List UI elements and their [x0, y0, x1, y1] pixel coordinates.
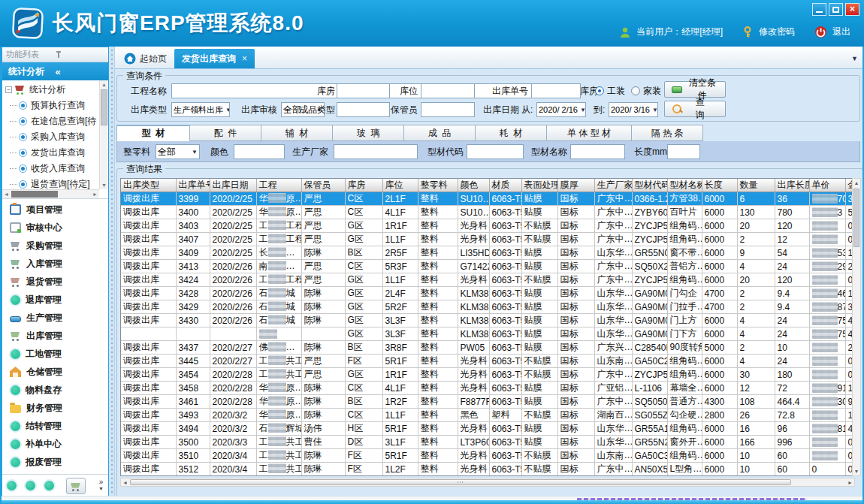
table-row[interactable]: 调拨出库34582020/2/28华原…陈琳C区4L1F整料光身料6063-T5… [121, 382, 855, 395]
sidebar-item-入库管理[interactable]: 入库管理 [2, 255, 108, 273]
length-input[interactable] [667, 144, 700, 159]
column-header[interactable]: 型材代码 [632, 179, 667, 192]
column-header[interactable]: 出库类型 [121, 179, 176, 192]
material-tab-2[interactable]: 配 件 [190, 125, 261, 141]
tab-overflow-icon[interactable]: ▼ [851, 55, 858, 62]
out-type-select[interactable]: 生产领料出库 ▼ [171, 102, 230, 117]
material-tab-7[interactable]: 单 体 型 材 [547, 125, 632, 141]
maximize-button[interactable] [829, 3, 843, 16]
radio-gongzhuang[interactable]: 工装 [595, 83, 625, 98]
tab-shipment-query[interactable]: 发货出库查询 × [174, 49, 255, 68]
table-row[interactable]: 调拨出库34242020/2/26工工程严思G区1L1F整料光身料6063-T5… [121, 273, 855, 287]
date-to-picker[interactable]: 2020/ 3/16 ▼ [609, 102, 658, 117]
material-tab-1[interactable]: 型 材 [116, 125, 190, 141]
tree-item[interactable]: 在途信息查询[待 [4, 113, 98, 129]
column-header[interactable]: 膜厚 [557, 179, 594, 192]
table-row[interactable]: 调拨出库35102020/3/4工共工程陈琳F区5R1F整料光身料6063-T5… [121, 449, 855, 463]
table-row[interactable]: 调拨出库34542020/2/28工共工程严思G区1R1F整料光身料6063-T… [121, 368, 855, 382]
sidebar-item-采购管理[interactable]: 采购管理 [2, 237, 108, 255]
column-header[interactable]: 库位 [382, 179, 418, 192]
tree-item[interactable]: 收货入库查询 [4, 161, 98, 177]
table-row[interactable]: 调拨出库35002020/3/3工共工程曹佳D区3L1F整料LT3P606063… [121, 436, 855, 449]
module-dot-icon[interactable] [7, 481, 17, 490]
pin-icon[interactable] [56, 50, 105, 59]
date-from-picker[interactable]: 2020/ 2/16 ▼ [536, 102, 586, 117]
table-row[interactable]: 调拨出库35122020/3/4工共工程陈琳F区1L2F整料光身料6063-T5… [121, 463, 855, 476]
column-header[interactable]: 表面处理 [521, 179, 557, 192]
tree-expander-icon[interactable]: − [5, 86, 12, 93]
sidebar-item-退库管理[interactable]: 退库管理 [2, 291, 108, 309]
table-row[interactable]: 调拨出库34002020/2/25华原…严思C区4L1F整料SU10…6063-… [121, 206, 855, 219]
cart-module-button[interactable] [66, 478, 86, 494]
column-header[interactable]: 保管员 [301, 179, 345, 192]
material-tab-3[interactable]: 辅 材 [261, 125, 333, 141]
search-button[interactable]: 查 询 [664, 101, 726, 117]
sidebar-item-审核中心[interactable]: 审核中心 [2, 219, 108, 237]
table-row[interactable]: 调拨出库34282020/2/26石城陈琳G区2L4F整料KLM38176063… [121, 287, 855, 300]
table-row[interactable]: 调拨出库34612020/2/28华原…陈琳B区1R2F整料F8877FT606… [121, 395, 855, 409]
sidebar-item-工地管理[interactable]: 工地管理 [2, 345, 108, 363]
sidebar-item-退货管理[interactable]: 退货管理 [2, 273, 108, 291]
tree-item[interactable]: 发货出库查询 [4, 145, 98, 161]
material-tab-6[interactable]: 耗 材 [476, 125, 547, 141]
tree-item[interactable]: 退货查询[待定] [4, 177, 98, 189]
sidebar-item-物料盘存[interactable]: 物料盘存 [2, 381, 108, 399]
material-tab-5[interactable]: 成 品 [404, 125, 476, 141]
table-row[interactable]: 调拨出库33992020/2/25华原…严思C区2L1F整料SU10…6063-… [121, 192, 855, 206]
material-tab-4[interactable]: 玻 璃 [333, 125, 404, 141]
material-tab-8[interactable]: 隔 热 条 [632, 125, 703, 141]
color-input[interactable] [234, 144, 285, 159]
close-button[interactable]: × [845, 3, 859, 16]
table-row[interactable]: 调拨出库34092020/2/25长…陈琳B区2R5F整料LI35HD6063-… [121, 246, 855, 260]
tree-item[interactable]: 采购入库查询 [4, 129, 98, 145]
sidebar-item-补单中心[interactable]: 补单中心 [2, 435, 108, 453]
module-dot-icon[interactable] [44, 481, 54, 490]
sidebar-item-生产管理[interactable]: 生产管理 [2, 309, 108, 327]
column-header[interactable]: 库房 [345, 179, 382, 192]
change-password-link[interactable]: 修改密码 [759, 26, 795, 38]
table-row[interactable]: 调拨出库34452020/2/27工共工程严思F区5R1F整料光身料6063-T… [121, 355, 855, 368]
column-header[interactable]: 工程 [256, 179, 301, 192]
product-type-input[interactable] [337, 102, 390, 117]
column-header[interactable]: 数量 [737, 179, 775, 192]
column-header[interactable]: 出库单号 [176, 179, 210, 192]
tab-close-icon[interactable]: × [242, 53, 247, 64]
tree-horizontal-scrollbar[interactable]: ◄ ► [2, 189, 99, 198]
logout-link[interactable]: 退出 [832, 26, 850, 38]
clear-conditions-button[interactable]: 清空条件 [664, 81, 726, 98]
module-dot-icon[interactable] [26, 481, 35, 490]
column-header[interactable]: 出库日期 [210, 179, 256, 192]
profile-code-input[interactable] [467, 144, 524, 159]
sidebar-item-项目管理[interactable]: 项目管理 [2, 201, 108, 219]
table-row[interactable]: 调拨出库34372020/2/27佛…陈琳B区3R8F整料PW056063-T5… [121, 341, 855, 355]
minimize-button[interactable] [812, 3, 826, 16]
table-row[interactable]: 调拨出库34932020/3/2华原…陈琳C区1L1F整料黑色塑料不贴膜国标湖南… [121, 409, 855, 422]
sidebar-splitter[interactable] [109, 47, 115, 497]
tree-vertical-scrollbar[interactable]: ▲ ▼ [99, 80, 108, 189]
table-row[interactable]: 调拨出库34132020/2/26南…严思C区5R3F整料G714226063-… [121, 260, 855, 273]
table-row[interactable]: G区3L3F整料KLM38176063-T5贴膜国标山东华…GA90M09…门下… [121, 327, 855, 341]
column-header[interactable]: 材质 [489, 179, 521, 192]
column-header[interactable]: 整零料 [418, 179, 458, 192]
sidebar-item-报废管理[interactable]: 报废管理 [2, 453, 108, 471]
sidebar-item-财务管理[interactable]: 财务管理 [2, 399, 108, 417]
table-row[interactable]: 调拨出库34292020/2/26石城陈琳G区5R2F整料KLM38176063… [121, 300, 855, 314]
more-modules-button[interactable]: »▼ [98, 479, 104, 492]
table-row[interactable]: 调拨出库34072020/2/25工工程严思G区1L1F整料光身料6063-T5… [121, 233, 855, 246]
table-row[interactable]: 调拨出库34942020/3/2石辉城汤伟H区5R1F整料光身料6063-T5贴… [121, 422, 855, 436]
sidebar-item-出库管理[interactable]: 出库管理 [2, 327, 108, 345]
radio-jiazhuang[interactable]: 家装 [631, 83, 661, 98]
sidebar-item-结转管理[interactable]: 结转管理 [2, 417, 108, 435]
column-header[interactable]: 型材名称 [667, 179, 702, 192]
whole-part-select[interactable]: 全部 ▼ [156, 144, 200, 159]
section-header[interactable]: 统计分析 « [2, 62, 108, 80]
tree-root-node[interactable]: − 统计分析 [4, 82, 98, 98]
column-header[interactable]: 生产厂家 [594, 179, 632, 192]
tree-item[interactable]: 预算执行查询 [4, 98, 98, 113]
sidebar-item-仓储管理[interactable]: 仓储管理 [2, 363, 108, 381]
warehouse-input[interactable] [337, 83, 390, 98]
column-header[interactable]: 颜色 [458, 179, 489, 192]
column-header[interactable]: 单价 [809, 179, 845, 192]
column-header[interactable]: 长度 [702, 179, 737, 192]
table-horizontal-scrollbar[interactable]: ◄ ► [120, 478, 855, 487]
